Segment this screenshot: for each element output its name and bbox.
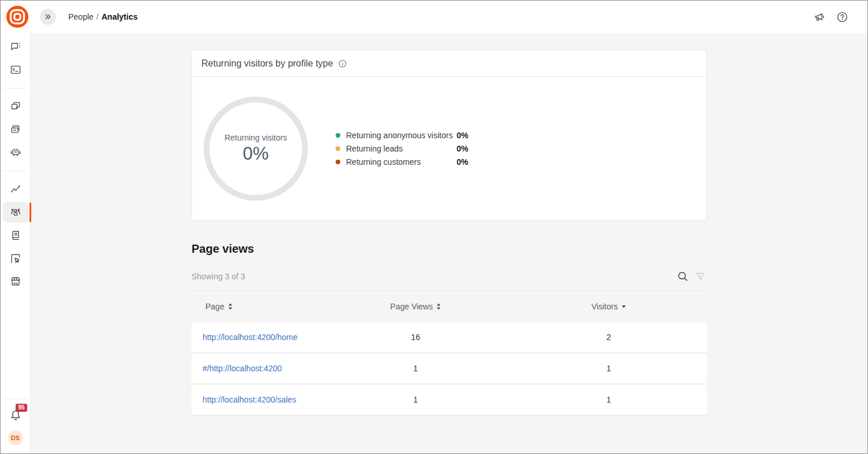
- sidebar-item-terminal[interactable]: [3, 60, 28, 80]
- sort-both-icon: [436, 303, 441, 310]
- visitors-value: 1: [511, 395, 707, 404]
- page-views-table: Page Page Views: [192, 291, 707, 416]
- breadcrumb-section[interactable]: People: [68, 12, 94, 21]
- audience-icon: [9, 206, 22, 219]
- card-header: Returning visitors by profile type: [192, 50, 706, 77]
- sidebar-collapse-button[interactable]: [40, 9, 56, 25]
- page-views-value: 16: [321, 333, 511, 342]
- table-row: http://localhost:4200/home 16 2: [192, 322, 707, 353]
- table-row: #/http://localhost:4200 1 1: [192, 353, 707, 385]
- visitors-value: 1: [511, 364, 707, 373]
- terminal-icon: [9, 64, 22, 76]
- sidebar-item-trends[interactable]: [3, 179, 28, 200]
- column-header-visitors[interactable]: Visitors: [511, 302, 707, 311]
- megaphone-icon: [813, 10, 826, 24]
- page-link[interactable]: http://localhost:4200/home: [203, 333, 297, 342]
- card-title: Returning visitors by profile type: [201, 58, 333, 69]
- notification-count-badge: 95: [16, 404, 27, 412]
- app-window: People / Analytics: [0, 0, 868, 454]
- chat-icon: [9, 40, 22, 53]
- filter-icon: [694, 271, 707, 283]
- notifications-button[interactable]: 95: [9, 408, 23, 422]
- page-link[interactable]: #/http://localhost:4200: [203, 364, 282, 373]
- sidebar-item-conversations[interactable]: [3, 96, 28, 117]
- breadcrumb: People / Analytics: [68, 12, 138, 21]
- showing-count: Showing 3 of 3: [192, 272, 245, 281]
- sidebar-divider: [4, 88, 27, 88]
- legend-value: 0%: [457, 144, 468, 153]
- legend-dot-teal: [336, 133, 340, 138]
- sidebar-item-page-tracking[interactable]: [3, 248, 28, 269]
- sidebar-item-channels[interactable]: [3, 119, 28, 140]
- legend-value: 0%: [457, 131, 468, 140]
- legend-label: Returning customers: [346, 157, 457, 167]
- sidebar-item-bot[interactable]: [3, 142, 28, 163]
- returning-visitors-card: Returning visitors by profile type Retur…: [192, 50, 707, 220]
- legend-item: Returning anonymous visitors 0%: [336, 131, 468, 140]
- table-row: http://localhost:4200/sales 1 1: [192, 385, 707, 416]
- trends-icon: [9, 183, 22, 195]
- breadcrumb-separator: /: [97, 12, 99, 21]
- search-button[interactable]: [676, 270, 689, 283]
- store-icon: [9, 275, 22, 288]
- announcements-button[interactable]: [813, 10, 826, 24]
- table-header-row: Page Page Views: [192, 291, 707, 322]
- sidebar: 95 DS: [1, 33, 31, 453]
- help-icon: [836, 10, 849, 24]
- legend-item: Returning customers 0%: [336, 157, 468, 167]
- sidebar-item-resources[interactable]: [3, 225, 28, 246]
- card-body: Returning visitors 0% Returning anonymou…: [192, 77, 706, 220]
- sidebar-item-audience[interactable]: [3, 202, 28, 223]
- help-button[interactable]: [836, 10, 849, 24]
- sidebar-item-store[interactable]: [3, 271, 28, 292]
- legend-label: Returning anonymous visitors: [346, 131, 457, 140]
- list-toolbar: Showing 3 of 3: [192, 270, 707, 291]
- visitors-value: 2: [511, 333, 707, 342]
- topbar-actions: [813, 10, 849, 24]
- sort-both-icon: [228, 303, 233, 310]
- bot-icon: [9, 146, 22, 159]
- channels-icon: [9, 123, 22, 136]
- sort-desc-icon: [621, 305, 626, 308]
- donut-legend: Returning anonymous visitors 0% Returnin…: [336, 131, 468, 167]
- page-views-value: 1: [321, 395, 511, 404]
- conversations-icon: [9, 100, 22, 113]
- search-icon: [676, 270, 689, 283]
- breadcrumb-current: Analytics: [101, 12, 137, 21]
- donut-chart: Returning visitors 0%: [204, 97, 308, 201]
- topbar: People / Analytics: [1, 1, 867, 33]
- sidebar-divider: [4, 171, 27, 171]
- book-icon: [9, 229, 22, 242]
- column-header-page-views[interactable]: Page Views: [321, 302, 511, 311]
- legend-value: 0%: [457, 157, 468, 167]
- legend-item: Returning leads 0%: [336, 144, 468, 153]
- info-icon[interactable]: [338, 59, 347, 68]
- donut-label: Returning visitors: [225, 133, 287, 142]
- page-views-value: 1: [321, 364, 511, 373]
- chevron-double-right-icon: [43, 12, 53, 21]
- page-link[interactable]: http://localhost:4200/sales: [203, 395, 296, 404]
- legend-dot-rust: [336, 160, 340, 164]
- page-views-title: Page views: [192, 242, 707, 256]
- column-header-page[interactable]: Page: [192, 302, 321, 311]
- donut-value: 0%: [243, 143, 269, 164]
- legend-label: Returning leads: [346, 144, 457, 153]
- legend-dot-amber: [336, 146, 340, 151]
- app-logo-icon[interactable]: [6, 5, 29, 28]
- sidebar-footer: 95 DS: [1, 392, 30, 453]
- avatar[interactable]: DS: [8, 430, 23, 445]
- filter-button[interactable]: [694, 271, 707, 283]
- page-tracking-icon: [9, 252, 22, 265]
- main-content: Returning visitors by profile type Retur…: [31, 33, 867, 453]
- sidebar-item-chat[interactable]: [3, 36, 28, 57]
- sidebar-divider: [4, 398, 27, 399]
